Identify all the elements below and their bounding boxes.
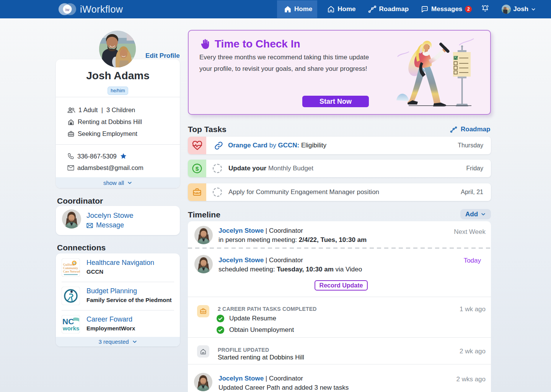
svg-text:$: $ xyxy=(196,165,199,172)
svg-text:Community: Community xyxy=(63,266,78,270)
svg-text:Care Network: Care Network xyxy=(63,270,80,273)
svg-text:works: works xyxy=(62,325,79,332)
svg-text:iw: iw xyxy=(65,7,69,12)
svg-text:NC: NC xyxy=(62,317,74,326)
svg-text:Guilford: Guilford xyxy=(63,263,74,266)
